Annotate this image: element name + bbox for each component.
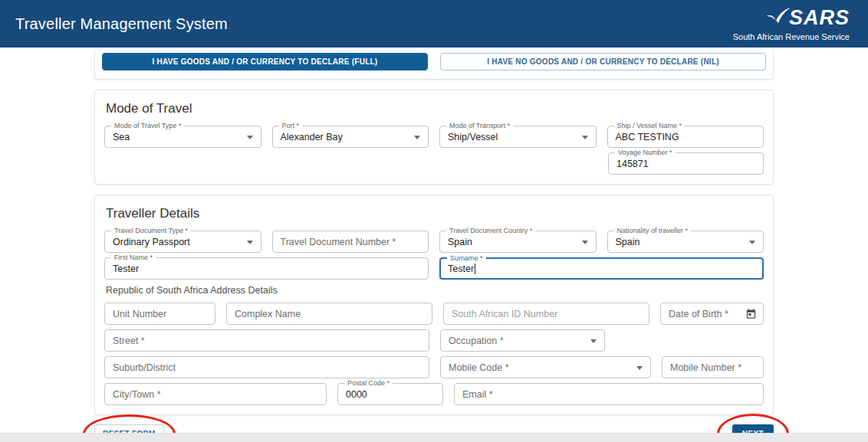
chevron-down-icon: [590, 339, 597, 343]
port-select[interactable]: Port * Alexander Bay: [272, 126, 429, 148]
nationality-label: Nationality of traveller *: [614, 227, 692, 234]
email-placeholder: Email *: [462, 389, 493, 400]
traveller-row-1: Travel Document Type * Ordinary Passport…: [104, 231, 764, 253]
mode-of-transport-value: Ship/Vessel: [448, 132, 498, 142]
travel-document-type-label: Travel Document Type *: [111, 227, 191, 234]
postal-code-value: 0000: [346, 389, 367, 400]
mode-of-transport-select[interactable]: Mode of Transport * Ship/Vessel: [439, 126, 597, 148]
ship-vessel-name-value: ABC TESTING: [616, 132, 679, 142]
mobile-number-field[interactable]: Mobile Number *: [662, 356, 764, 378]
street-field[interactable]: Street *: [104, 329, 429, 352]
surname-field[interactable]: Surname * Tester: [439, 257, 764, 280]
suburb-district-placeholder: Suburb/District: [113, 362, 176, 373]
mode-of-travel-card: Mode of Travel Mode of Travel Type * Sea…: [94, 90, 774, 185]
mode-of-travel-row-1: Mode of Travel Type * Sea Port * Alexand…: [104, 126, 764, 148]
date-of-birth-placeholder: Date of Birth *: [669, 309, 728, 319]
chevron-down-icon: [749, 241, 755, 244]
app-header: Traveller Management System SARS South A…: [0, 0, 868, 47]
chevron-down-icon: [582, 241, 588, 244]
voyage-number-value: 145871: [616, 159, 649, 169]
nationality-value: Spain: [616, 237, 640, 247]
suburb-district-field[interactable]: Suburb/District: [104, 356, 429, 378]
date-of-birth-field[interactable]: Date of Birth *: [660, 303, 764, 325]
mobile-code-select[interactable]: Mobile Code *: [440, 356, 651, 378]
calendar-icon[interactable]: [745, 308, 757, 322]
mode-of-travel-row-2: Voyage Number * 145871: [608, 152, 764, 175]
postal-code-field[interactable]: Postal Code * 0000: [337, 383, 443, 405]
chevron-down-icon: [582, 136, 588, 139]
mode-of-travel-type-value: Sea: [113, 132, 130, 142]
chevron-down-icon: [247, 136, 253, 139]
city-town-placeholder: City/Town *: [113, 389, 161, 400]
travel-document-number-field[interactable]: Travel Document Number *: [272, 231, 429, 253]
unit-number-placeholder: Unit Number: [113, 309, 166, 319]
chevron-down-icon: [414, 136, 420, 139]
ship-vessel-name-label: Ship / Vessel Name *: [614, 122, 686, 129]
first-name-label: First Name *: [111, 254, 156, 261]
travel-document-type-select[interactable]: Travel Document Type * Ordinary Passport: [104, 231, 261, 253]
mode-of-travel-type-select[interactable]: Mode of Travel Type * Sea: [104, 126, 261, 148]
mode-of-travel-type-label: Mode of Travel Type *: [111, 122, 184, 129]
sars-tagline: South African Revenue Service: [733, 33, 850, 41]
street-placeholder: Street *: [113, 336, 145, 346]
chevron-down-icon: [636, 366, 643, 370]
complex-name-field[interactable]: Complex Name: [226, 303, 432, 325]
traveller-row-6: City/Town * Postal Code * 0000 Email *: [104, 383, 764, 405]
travel-document-country-value: Spain: [448, 237, 472, 247]
voyage-number-label: Voyage Number *: [615, 149, 676, 156]
declaration-type-card: I HAVE GOODS AND / OR CURRENCY TO DECLAR…: [94, 50, 774, 80]
chevron-down-icon: [247, 241, 253, 244]
first-name-value: Tester: [113, 264, 139, 274]
mobile-code-placeholder: Mobile Code *: [449, 362, 509, 373]
traveller-details-title: Traveller Details: [106, 206, 764, 221]
traveller-row-2: First Name * Tester Surname * Tester: [104, 257, 764, 280]
complex-name-placeholder: Complex Name: [235, 309, 301, 319]
city-town-field[interactable]: City/Town *: [104, 383, 327, 405]
bottom-strip: [0, 433, 868, 442]
declare-nil-button[interactable]: I HAVE NO GOODS AND / OR CURRENCY TO DEC…: [440, 53, 766, 70]
sa-id-number-placeholder: South African ID Number: [452, 309, 557, 319]
surname-value: Tester: [448, 264, 474, 274]
traveller-details-card: Traveller Details Travel Document Type *…: [94, 195, 774, 415]
mode-of-transport-label: Mode of Transport *: [446, 122, 513, 129]
voyage-number-field[interactable]: Voyage Number * 145871: [608, 152, 764, 175]
nationality-select[interactable]: Nationality of traveller * Spain: [607, 231, 764, 253]
port-value: Alexander Bay: [281, 132, 343, 142]
port-label: Port *: [279, 122, 303, 129]
traveller-row-3: Unit Number Complex Name South African I…: [104, 303, 764, 325]
text-cursor: [475, 264, 475, 274]
mobile-number-placeholder: Mobile Number *: [670, 362, 741, 373]
email-field[interactable]: Email *: [454, 383, 764, 405]
postal-code-label: Postal Code *: [344, 379, 393, 387]
sars-swoosh-icon: [765, 6, 791, 27]
travel-document-type-value: Ordinary Passport: [113, 237, 190, 247]
occupation-select[interactable]: Occupation *: [440, 329, 605, 352]
address-details-subheading: Republic of South Africa Address Details: [106, 284, 764, 296]
travel-document-country-label: Travel Document Country *: [446, 227, 535, 234]
sars-logo: SARS South African Revenue Service: [733, 6, 850, 41]
ship-vessel-name-field[interactable]: Ship / Vessel Name * ABC TESTING: [607, 126, 764, 148]
travel-document-number-placeholder: Travel Document Number *: [281, 237, 396, 247]
traveller-row-5: Suburb/District Mobile Code * Mobile Num…: [104, 356, 764, 378]
traveller-row-4: Street * Occupation *: [104, 329, 764, 352]
sars-brand-text: SARS: [789, 8, 850, 28]
travel-document-country-select[interactable]: Travel Document Country * Spain: [439, 231, 597, 253]
page-title: Traveller Management System: [15, 15, 228, 33]
first-name-field[interactable]: First Name * Tester: [104, 257, 429, 280]
mode-of-travel-title: Mode of Travel: [106, 101, 764, 116]
occupation-placeholder: Occupation *: [449, 336, 504, 346]
declare-full-button[interactable]: I HAVE GOODS AND / OR CURRENCY TO DECLAR…: [102, 53, 428, 70]
unit-number-field[interactable]: Unit Number: [104, 303, 215, 325]
surname-label: Surname *: [447, 254, 486, 262]
sa-id-number-field[interactable]: South African ID Number: [443, 303, 649, 325]
